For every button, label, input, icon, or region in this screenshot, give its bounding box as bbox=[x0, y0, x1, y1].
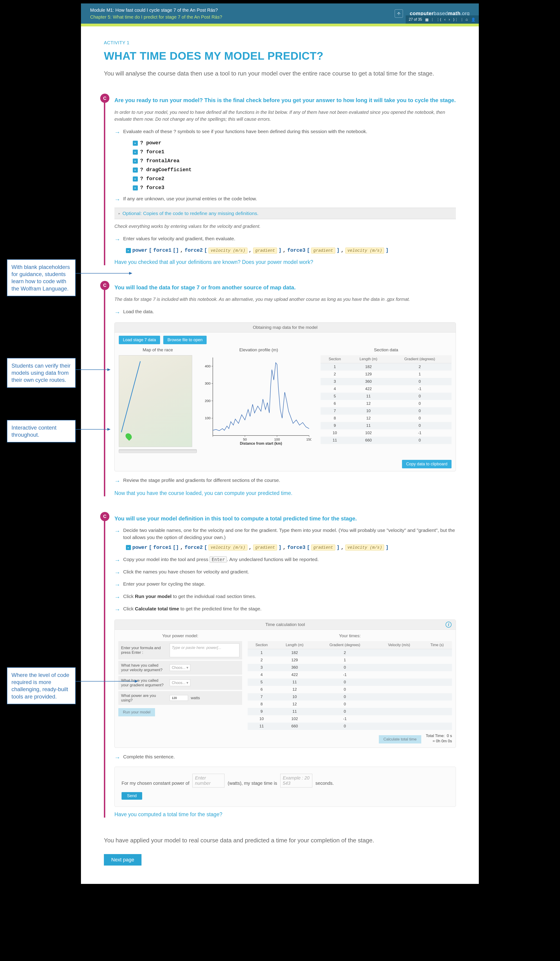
elevation-chart: 50100150100200300400Distance from start … bbox=[201, 355, 311, 447]
arrow-icon: → bbox=[114, 128, 120, 137]
user-icon[interactable]: 👤 bbox=[471, 18, 476, 22]
gradient-select[interactable]: Choos... ▾ bbox=[170, 680, 190, 686]
map-slider[interactable] bbox=[119, 449, 197, 453]
data-column: Section data SectionLength (m)Gradient (… bbox=[321, 347, 451, 453]
intro-text: You will analyse the course data then us… bbox=[104, 69, 456, 78]
c-badge: C bbox=[100, 94, 109, 103]
table-row: 9110 bbox=[321, 422, 451, 429]
code-cell[interactable]: ▸ power[force1[], force2[velocity (m/s),… bbox=[114, 545, 456, 551]
calc-total-button[interactable]: Calculate total time bbox=[379, 735, 421, 744]
optional-toggle[interactable]: ▸Optional: Copies of the code to redefin… bbox=[114, 208, 456, 219]
placeholder-velocity[interactable]: velocity (m/s) bbox=[345, 247, 384, 254]
load-stage-button[interactable]: Load stage 7 data bbox=[119, 336, 160, 344]
table-row: 5110 bbox=[248, 678, 452, 686]
table-row: 21291 bbox=[321, 371, 451, 378]
table-row: 9110 bbox=[248, 708, 452, 715]
module-title: Module M1: How fast could I cycle stage … bbox=[90, 6, 222, 14]
code-def-row[interactable]: ▸? dragCoefficient bbox=[133, 167, 456, 173]
code-def-row[interactable]: ▸? force3 bbox=[133, 185, 456, 191]
map-view[interactable] bbox=[119, 355, 192, 447]
arrow-icon: → bbox=[114, 605, 120, 614]
step: →Evaluate each of these ? symbols to see… bbox=[114, 128, 456, 137]
map-column: Map of the race bbox=[119, 347, 197, 453]
grid-icon[interactable]: ▦ bbox=[425, 18, 428, 22]
placeholder-gradient[interactable]: gradient bbox=[253, 247, 277, 254]
callout-line bbox=[76, 370, 110, 370]
svg-text:100: 100 bbox=[274, 437, 280, 441]
placeholder-gradient[interactable]: gradient bbox=[311, 247, 335, 254]
time-number-input[interactable]: Example : 20 543 bbox=[280, 774, 312, 787]
section-compute: C You will use your model definition in … bbox=[104, 515, 456, 818]
formula-row: Enter your formula and press Enter : Typ… bbox=[118, 641, 242, 659]
table-row: 8120 bbox=[248, 701, 452, 708]
send-button[interactable]: Send bbox=[122, 792, 142, 800]
browse-file-button[interactable]: Browse file to open bbox=[163, 336, 207, 344]
table-row: 33600 bbox=[248, 664, 452, 671]
formula-input[interactable]: Type or paste here: power[... bbox=[170, 643, 239, 657]
placeholder-velocity[interactable]: velocity (m/s) bbox=[209, 545, 247, 551]
callout-line bbox=[76, 681, 138, 681]
svg-text:400: 400 bbox=[205, 364, 210, 368]
section-load: C You will load the data for stage 7 or … bbox=[104, 284, 456, 497]
evaluate-icon[interactable]: ▸ bbox=[133, 149, 138, 155]
code-def-row[interactable]: ▸? frontalArea bbox=[133, 158, 456, 164]
c-badge: C bbox=[100, 281, 109, 290]
home-icon[interactable]: ⌂ bbox=[465, 18, 468, 22]
map-title: Map of the race bbox=[119, 347, 197, 352]
code-def-row[interactable]: ▸? force2 bbox=[133, 176, 456, 182]
placeholder-velocity[interactable]: velocity (m/s) bbox=[345, 545, 384, 551]
next-page-button[interactable]: Next page bbox=[104, 854, 141, 866]
table-row: 8120 bbox=[321, 415, 451, 422]
times-heading: Your times: bbox=[248, 633, 452, 638]
table-row: 6120 bbox=[321, 400, 451, 407]
code-list: ▸? power▸? force1▸? frontalArea▸? dragCo… bbox=[114, 140, 456, 191]
nav-first-icon[interactable]: ⋮⟨ bbox=[436, 18, 441, 22]
arrow-icon: → bbox=[114, 477, 120, 485]
tool-header: Time calculation tool i bbox=[115, 620, 456, 630]
check-text: Check everything works by entering value… bbox=[114, 223, 456, 230]
evaluate-icon[interactable]: ▸ bbox=[133, 167, 138, 172]
power-number-input[interactable]: Enter number bbox=[193, 774, 225, 787]
step: →Enter values for velocity and gradient,… bbox=[114, 235, 456, 244]
activity-label: ACTIVITY 1 bbox=[104, 40, 456, 45]
callout-placeholders: With blank placeholders for guidance, st… bbox=[7, 259, 76, 296]
velocity-select[interactable]: Choos... ▾ bbox=[170, 664, 190, 671]
arrow-icon: → bbox=[114, 753, 120, 762]
section-data-table: SectionLength (m)Gradient (degrees)11822… bbox=[321, 355, 451, 444]
section-footer: Have you computed a total time for the s… bbox=[114, 812, 456, 818]
section-heading: You will load the data for stage 7 or fr… bbox=[114, 284, 456, 291]
run-model-button[interactable]: Run your model bbox=[118, 708, 155, 717]
nav-next-icon[interactable]: › bbox=[449, 18, 450, 22]
arrow-icon: → bbox=[114, 195, 120, 204]
placeholder-gradient[interactable]: gradient bbox=[253, 545, 277, 551]
form-column: Your power model: Enter your formula and… bbox=[118, 633, 242, 744]
table-row: 21291 bbox=[248, 657, 452, 664]
table-row: 10102-1 bbox=[321, 429, 451, 437]
placeholder-velocity[interactable]: velocity (m/s) bbox=[209, 247, 247, 254]
c-badge: C bbox=[100, 512, 109, 521]
info-icon[interactable]: i bbox=[446, 622, 451, 628]
evaluate-icon[interactable]: ▸ bbox=[133, 177, 138, 182]
evaluate-icon[interactable]: ▸ bbox=[133, 185, 138, 190]
tool-header: Obtaining map data for the model bbox=[115, 323, 456, 333]
chart-title: Elevation profile (m) bbox=[201, 347, 316, 352]
copy-clipboard-button[interactable]: Copy data to clipboard bbox=[402, 460, 451, 468]
arrow-icon: → bbox=[114, 580, 120, 589]
evaluate-icon[interactable]: ▸ bbox=[133, 159, 138, 164]
nav-prev-icon[interactable]: ‹ bbox=[444, 18, 446, 22]
placeholder-gradient[interactable]: gradient bbox=[311, 545, 335, 551]
code-cell[interactable]: ▸ power[force1[], force2[velocity (m/s),… bbox=[114, 247, 456, 254]
share-icon[interactable] bbox=[395, 10, 403, 18]
evaluate-icon[interactable]: ▸ bbox=[126, 545, 131, 550]
arrow-icon: → bbox=[114, 593, 120, 602]
table-row: 11822 bbox=[321, 363, 451, 371]
code-def-row[interactable]: ▸? force1 bbox=[133, 149, 456, 155]
code-def-row[interactable]: ▸? power bbox=[133, 140, 456, 146]
evaluate-icon[interactable]: ▸ bbox=[133, 141, 138, 146]
power-input[interactable] bbox=[170, 695, 188, 701]
evaluate-icon[interactable]: ▸ bbox=[126, 248, 131, 253]
table-row: 33600 bbox=[321, 378, 451, 385]
sentence-text: For my chosen constant power of bbox=[122, 781, 189, 786]
nav-last-icon[interactable]: ⟩⋮ bbox=[453, 18, 458, 22]
svg-text:Distance from start (km): Distance from start (km) bbox=[240, 442, 282, 445]
